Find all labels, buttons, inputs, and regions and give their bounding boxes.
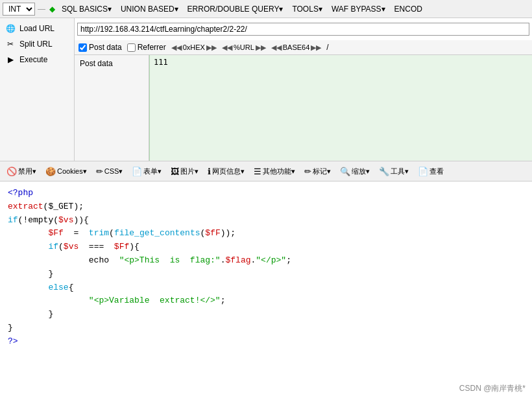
menu-separator-2: ◆ — [48, 5, 56, 14]
btn-zoom[interactable]: 🔍 缩放▾ — [336, 165, 374, 178]
menu-bar: INT — ◆ SQL BASICS▾ UNION BASED▾ ERROR/D… — [0, 0, 532, 18]
post-data-checkbox-label[interactable]: Post data — [79, 43, 122, 52]
tools-label: 工具▾ — [391, 167, 409, 176]
oxhex-arrow-right: ▶▶ — [206, 43, 217, 52]
base64-btn[interactable]: ◀◀ BASE64 ▶▶ — [271, 43, 322, 52]
right-panel: Post data Referrer ◀◀ 0xHEX ▶▶ ◀◀ %URL ▶… — [75, 18, 532, 161]
split-url-label: Split URL — [19, 40, 53, 49]
code-line-2: extract($_GET); — [8, 200, 524, 214]
referrer-checkbox-label[interactable]: Referrer — [127, 43, 166, 52]
btn-images[interactable]: 🖼 图片▾ — [167, 165, 202, 178]
btn-cookies[interactable]: 🍪 Cookies▾ — [42, 165, 91, 178]
code-line-6: echo "<p>This is flag:".$flag."</p>"; — [8, 254, 524, 268]
btn-tools[interactable]: 🔧 工具▾ — [375, 165, 413, 178]
load-url-label: Load URL — [19, 24, 54, 33]
other-label: 其他功能▾ — [263, 167, 295, 176]
page-info-icon: ℹ — [208, 167, 211, 176]
images-label: 图片▾ — [180, 167, 199, 176]
tools-icon: 🔧 — [379, 167, 389, 176]
purl-arrow-right: ▶▶ — [256, 43, 266, 52]
css-label: CSS▾ — [104, 167, 123, 176]
oxhex-arrow-left: ◀◀ — [171, 43, 182, 52]
code-line-9: "<p>Variable extract!</>"; — [8, 294, 524, 308]
postdata-side-label: Post data — [75, 55, 149, 161]
page-wrapper: INT — ◆ SQL BASICS▾ UNION BASED▾ ERROR/D… — [0, 0, 532, 398]
btn-disable[interactable]: 🚫 禁用▾ — [3, 165, 40, 178]
menu-tools[interactable]: TOOLS▾ — [288, 3, 326, 15]
css-icon: ✏ — [96, 167, 103, 176]
int-selector[interactable]: INT — [3, 3, 35, 16]
postdata-textarea[interactable]: 111 — [149, 55, 532, 161]
load-url-icon: 🌐 — [5, 23, 16, 34]
code-line-7: } — [8, 268, 524, 281]
oxhex-btn[interactable]: ◀◀ 0xHEX ▶▶ — [171, 43, 217, 52]
cookies-label: Cookies▾ — [57, 167, 87, 176]
form-label: 表单▾ — [143, 167, 162, 176]
referrer-checkbox[interactable] — [127, 43, 136, 52]
execute-icon: ▶ — [5, 54, 16, 65]
referrer-label: Referrer — [138, 43, 166, 52]
split-url-icon: ✂ — [5, 39, 16, 49]
zoom-label: 缩放▾ — [352, 167, 370, 176]
btn-page-info[interactable]: ℹ 网页信息▾ — [204, 165, 248, 178]
oxhex-label: 0xHEX — [183, 43, 205, 51]
purl-arrow-left: ◀◀ — [222, 43, 232, 52]
left-panel: 🌐 Load URL ✂ Split URL ▶ Execute — [0, 18, 75, 161]
load-url-item[interactable]: 🌐 Load URL — [0, 21, 74, 36]
btn-mark[interactable]: ✏ 标记▾ — [300, 165, 335, 178]
postdata-container: Post data 111 — [75, 55, 532, 161]
slash-label: / — [326, 43, 328, 52]
page-info-label: 网页信息▾ — [212, 167, 245, 176]
code-line-8: else{ — [8, 281, 524, 295]
mark-label: 标记▾ — [313, 167, 331, 176]
menu-waf-bypass[interactable]: WAF BYPASS▾ — [328, 3, 389, 15]
other-icon: ☰ — [254, 167, 261, 176]
view-icon: 📄 — [418, 167, 428, 176]
code-line-12: ?> — [8, 335, 524, 349]
execute-item[interactable]: ▶ Execute — [0, 52, 74, 67]
code-line-10: } — [8, 308, 524, 322]
menu-encod[interactable]: ENCOD — [391, 3, 426, 15]
btn-other[interactable]: ☰ 其他功能▾ — [250, 165, 299, 178]
browser-toolbar: 🚫 禁用▾ 🍪 Cookies▾ ✏ CSS▾ 📄 表单▾ 🖼 图片▾ ℹ 网页… — [0, 161, 532, 181]
percent-url-btn[interactable]: ◀◀ %URL ▶▶ — [222, 43, 266, 52]
options-bar: Post data Referrer ◀◀ 0xHEX ▶▶ ◀◀ %URL ▶… — [75, 40, 532, 55]
code-line-5: if($vs === $Ff){ — [8, 240, 524, 254]
cookies-icon: 🍪 — [45, 167, 56, 176]
code-line-1: <?php — [8, 187, 524, 200]
post-data-label: Post data — [89, 43, 122, 52]
code-area: <?php extract($_GET); if(!empty($vs)){ $… — [0, 181, 532, 398]
menu-union-based[interactable]: UNION BASED▾ — [117, 3, 182, 15]
menu-sql-basics[interactable]: SQL BASICS▾ — [58, 3, 115, 15]
watermark: CSDN @南岸青桃* — [459, 383, 526, 394]
url-input[interactable] — [77, 23, 529, 36]
images-icon: 🖼 — [171, 167, 179, 176]
btn-view[interactable]: 📄 查看 — [414, 165, 448, 178]
base64-arrow-right: ▶▶ — [311, 43, 321, 52]
execute-label: Execute — [19, 55, 47, 64]
disable-label: 禁用▾ — [18, 167, 36, 176]
code-line-4: $Ff = trim(file_get_contents($fF)); — [8, 227, 524, 240]
form-icon: 📄 — [132, 167, 142, 176]
url-bar-row — [75, 18, 532, 40]
code-line-11: } — [8, 322, 524, 335]
view-label: 查看 — [429, 167, 444, 176]
btn-form[interactable]: 📄 表单▾ — [128, 165, 165, 178]
menu-error-double[interactable]: ERROR/DOUBLE QUERY▾ — [184, 3, 287, 15]
zoom-icon: 🔍 — [340, 167, 350, 176]
base64-label: BASE64 — [283, 43, 310, 51]
base64-arrow-left: ◀◀ — [271, 43, 282, 52]
code-line-3: if(!empty($vs)){ — [8, 214, 524, 228]
disable-icon: 🚫 — [6, 167, 17, 176]
percent-url-label: %URL — [234, 43, 254, 51]
post-data-checkbox[interactable] — [79, 43, 87, 52]
split-url-item[interactable]: ✂ Split URL — [0, 36, 74, 52]
tool-container: 🌐 Load URL ✂ Split URL ▶ Execute — [0, 18, 532, 161]
btn-css[interactable]: ✏ CSS▾ — [92, 165, 127, 178]
menu-separator-1: — — [36, 5, 47, 14]
mark-icon: ✏ — [304, 167, 311, 176]
